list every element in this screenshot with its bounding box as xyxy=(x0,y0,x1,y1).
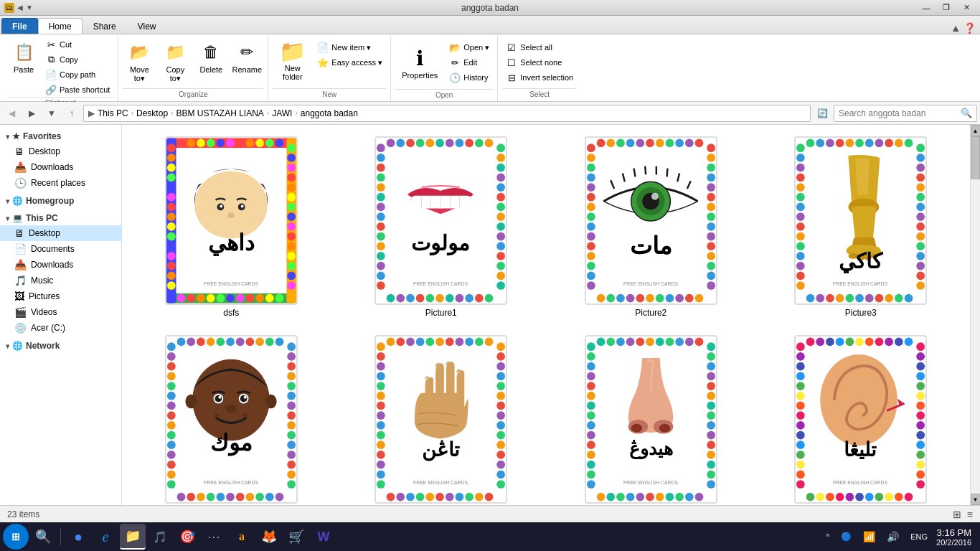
sidebar-network-header[interactable]: ▾ 🌐 Network xyxy=(0,339,121,353)
svg-point-53 xyxy=(245,294,254,303)
search-input[interactable] xyxy=(839,108,958,118)
svg-point-41 xyxy=(236,139,245,148)
path-jawi[interactable]: JAWI xyxy=(270,108,293,118)
copy-button[interactable]: ⧉ Copy xyxy=(42,52,113,67)
up-button[interactable]: ↑ xyxy=(63,105,80,122)
back-button[interactable]: ◀ xyxy=(3,105,20,122)
paste-button[interactable]: 📋 Paste xyxy=(7,37,40,77)
groove-btn[interactable]: 🎵 xyxy=(147,524,173,550)
forward-button[interactable]: ▶ xyxy=(23,105,40,122)
sidebar-homegroup-header[interactable]: ▾ 🌐 Homegroup xyxy=(0,194,121,208)
move-to-button[interactable]: 📂 Move to▾ xyxy=(123,37,156,87)
sidebar-thispc-header[interactable]: ▾ 💻 This PC xyxy=(0,211,121,225)
cut-button[interactable]: ✂ Cut xyxy=(42,37,113,52)
invert-selection-button[interactable]: ⊟ Invert selection xyxy=(502,70,577,85)
address-path[interactable]: ▶ This PC › Desktop › BBM USTAZAH LIANA … xyxy=(83,105,811,122)
svg-point-470 xyxy=(917,461,925,469)
tab-share[interactable]: Share xyxy=(83,18,127,34)
store-btn[interactable]: 🛒 xyxy=(283,524,309,550)
file-thumb-5: تاڠن FREE ENGLISH CARDS xyxy=(374,335,507,504)
file-item-4[interactable]: موك FREE ENGLISH CARDS Picture4 xyxy=(132,332,331,505)
sidebar-item-desktop-fav[interactable]: 🖥 Desktop xyxy=(0,143,121,159)
sidebar-item-documents[interactable]: 📄 Documents xyxy=(0,241,121,257)
tray-chevron[interactable]: ^ xyxy=(824,532,833,542)
sidebar-item-pictures[interactable]: 🖼 Pictures xyxy=(0,288,121,304)
svg-point-70 xyxy=(377,173,385,182)
path-current[interactable]: anggota badan xyxy=(299,108,359,118)
file-item-5[interactable]: تاڠن FREE ENGLISH CARDS Picture5 xyxy=(342,332,541,505)
tray-volume[interactable]: 🔊 xyxy=(884,529,902,544)
search-box[interactable]: 🔍 xyxy=(834,105,977,122)
path-desktop[interactable]: Desktop xyxy=(135,108,169,118)
explorer-btn[interactable]: 📁 xyxy=(120,524,146,550)
sidebar-favorites-header[interactable]: ▾ ★ Favorites xyxy=(0,129,121,143)
tray-language[interactable]: ENG xyxy=(908,531,930,542)
scroll-thumb[interactable] xyxy=(971,136,980,179)
firefox-btn[interactable]: 🦊 xyxy=(256,524,282,550)
tab-view[interactable]: View xyxy=(127,18,167,34)
ribbon-up-arrow[interactable]: ▲ xyxy=(951,22,961,34)
file-item-6[interactable]: هيدوڠ FREE ENGLISH CARDS Picture6 xyxy=(552,332,750,505)
taskbar-clock[interactable]: 3:16 PM 20/2/2016 xyxy=(936,527,971,547)
scroll-down[interactable]: ▼ xyxy=(971,494,981,505)
app2-btn[interactable]: W xyxy=(311,524,336,550)
new-item-button[interactable]: 📄 New item ▾ xyxy=(314,40,386,55)
select-all-button[interactable]: ☑ Select all xyxy=(502,40,577,55)
file-item-3[interactable]: كاكي FREE ENGLISH CARDS Picture3 xyxy=(762,133,961,321)
view-grid-icon[interactable]: ⊞ xyxy=(953,509,961,520)
minimize-button[interactable]: — xyxy=(917,1,936,14)
app1-btn[interactable]: 🎯 xyxy=(174,524,200,550)
file-item-7[interactable]: تليڠا FREE ENGLISH CARDS Picture7 xyxy=(762,332,961,505)
file-item-1[interactable]: مولوت FREE ENGLISH CARDS Picture1 xyxy=(342,133,541,321)
sidebar-item-music[interactable]: 🎵 Music xyxy=(0,273,121,288)
sidebar-item-downloads-pc[interactable]: 📥 Downloads xyxy=(0,257,121,273)
paste-shortcut-button[interactable]: 🔗 Paste shortcut xyxy=(42,83,113,97)
recent-button[interactable]: ▼ xyxy=(43,105,60,122)
ie-btn[interactable]: e xyxy=(93,524,118,550)
maximize-button[interactable]: ❐ xyxy=(937,1,956,14)
tray-bluetooth[interactable]: 🔵 xyxy=(838,530,854,543)
amazon-btn[interactable]: a xyxy=(229,524,255,550)
tab-home[interactable]: Home xyxy=(38,18,83,34)
view-list-icon[interactable]: ≡ xyxy=(967,509,973,520)
path-this-pc[interactable]: This PC xyxy=(96,108,130,118)
card-svg-0: داهي FREE ENGLISH CARDS xyxy=(166,136,296,305)
svg-point-350 xyxy=(497,421,506,430)
new-folder-button[interactable]: 📁 New folder xyxy=(273,37,312,83)
sidebar-item-recent-fav[interactable]: 🕒 Recent places xyxy=(0,175,121,191)
easy-access-button[interactable]: ⭐ Easy access ▾ xyxy=(314,55,386,70)
dots-btn[interactable]: ··· xyxy=(202,524,227,550)
ribbon-clipboard-group: 📋 Paste ✂ Cut ⧉ Copy 📄 Copy path 🔗 xyxy=(3,36,118,101)
svg-point-342 xyxy=(497,342,506,351)
delete-button[interactable]: 🗑 Delete xyxy=(194,37,227,77)
quick-access-back[interactable]: ◀ xyxy=(17,4,23,11)
file-item-0[interactable]: داهي FREE ENGLISH CARDS dsfs xyxy=(132,133,331,321)
sidebar-item-acer-c[interactable]: 💿 Acer (C:) xyxy=(0,320,121,336)
start-button[interactable]: ⊞ xyxy=(3,524,29,550)
chrome-btn[interactable]: ● xyxy=(65,524,91,550)
sidebar-item-desktop-pc[interactable]: 🖥 Desktop xyxy=(0,225,121,241)
sidebar-item-downloads-fav[interactable]: 📥 Downloads xyxy=(0,159,121,175)
scrollbar[interactable]: ▲ ▼ xyxy=(970,125,980,505)
open-button[interactable]: 📂 Open ▾ xyxy=(446,40,493,55)
svg-point-110 xyxy=(406,294,415,303)
edit-button[interactable]: ✏ Edit xyxy=(446,55,493,70)
properties-button[interactable]: ℹ Properties xyxy=(395,37,444,89)
ribbon-help[interactable]: ❓ xyxy=(963,22,976,34)
rename-button[interactable]: ✏ Rename xyxy=(230,37,263,77)
sidebar-item-videos[interactable]: 🎬 Videos xyxy=(0,304,121,320)
search-taskbar-btn[interactable]: 🔍 xyxy=(30,524,56,550)
tab-file[interactable]: File xyxy=(1,18,38,34)
quick-access-forward[interactable]: ▼ xyxy=(26,4,33,11)
copy-path-button[interactable]: 📄 Copy path xyxy=(42,67,113,82)
history-button[interactable]: 🕒 History xyxy=(446,70,493,85)
select-none-button[interactable]: ☐ Select none xyxy=(502,55,577,70)
copy-to-button[interactable]: 📁 Copy to▾ xyxy=(159,37,192,87)
svg-point-412 xyxy=(707,480,715,489)
path-bbm[interactable]: BBM USTAZAH LIANA xyxy=(174,108,265,118)
tray-network[interactable]: 📶 xyxy=(860,529,878,544)
refresh-button[interactable]: 🔄 xyxy=(814,105,831,122)
close-button[interactable]: ✕ xyxy=(957,1,976,14)
file-item-2[interactable]: مات FREE ENGLISH CARDS Picture2 xyxy=(552,133,750,321)
scroll-up[interactable]: ▲ xyxy=(971,125,981,136)
